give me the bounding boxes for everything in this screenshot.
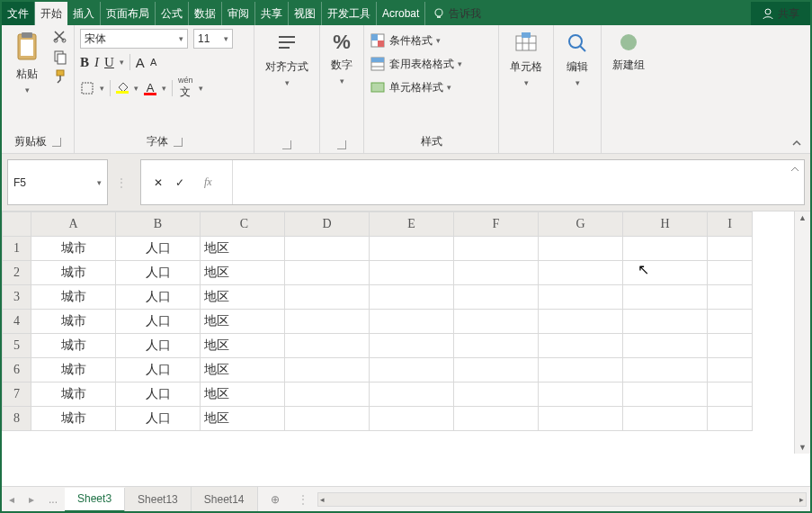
edit-button[interactable]: 编辑 ▾ xyxy=(559,29,595,89)
cell[interactable] xyxy=(370,261,454,285)
borders-button[interactable] xyxy=(80,81,94,95)
tab-file[interactable]: 文件 xyxy=(2,2,35,25)
cell[interactable] xyxy=(708,285,753,310)
cell[interactable] xyxy=(539,382,623,407)
cell[interactable]: 地区 xyxy=(201,358,285,382)
font-size-combo[interactable]: 11▾ xyxy=(193,29,233,49)
cell[interactable] xyxy=(623,261,708,285)
cell[interactable]: 城市 xyxy=(31,237,116,261)
cell[interactable]: 城市 xyxy=(31,285,116,310)
dialog-launcher-icon[interactable] xyxy=(174,138,183,147)
font-color-button[interactable]: A xyxy=(144,81,156,95)
formula-input[interactable]: ✕ ✓ fx xyxy=(140,159,805,205)
cell[interactable] xyxy=(285,358,370,382)
cell[interactable] xyxy=(454,261,539,285)
row-header[interactable]: 7 xyxy=(3,382,31,407)
row-header[interactable]: 8 xyxy=(3,407,31,431)
cell[interactable]: 地区 xyxy=(201,407,285,431)
cell[interactable] xyxy=(370,237,454,261)
scroll-down-icon[interactable]: ▼ xyxy=(797,441,808,454)
cell[interactable]: 城市 xyxy=(31,334,116,358)
dialog-launcher-icon[interactable] xyxy=(52,138,61,147)
cell[interactable] xyxy=(539,358,623,382)
cells-button[interactable]: 单元格 ▾ xyxy=(504,29,548,89)
tab-formula[interactable]: 公式 xyxy=(156,2,189,25)
cell[interactable]: 城市 xyxy=(31,310,116,334)
horizontal-scrollbar[interactable]: ◂ ▸ xyxy=(317,492,808,507)
tab-home[interactable]: 开始 xyxy=(35,2,67,25)
copy-button[interactable] xyxy=(52,49,68,65)
cell[interactable] xyxy=(708,358,753,382)
cell[interactable]: 地区 xyxy=(201,285,285,310)
cell[interactable] xyxy=(623,237,708,261)
accept-formula-button[interactable]: ✓ xyxy=(175,176,184,189)
cell[interactable] xyxy=(370,310,454,334)
scroll-right-icon[interactable]: ▸ xyxy=(798,493,806,506)
cell[interactable] xyxy=(708,407,753,431)
cell[interactable]: 地区 xyxy=(201,382,285,407)
new-group-button[interactable]: 新建组 xyxy=(607,29,650,75)
row-header[interactable]: 3 xyxy=(3,285,31,310)
cancel-formula-button[interactable]: ✕ xyxy=(154,176,163,189)
cell[interactable] xyxy=(370,285,454,310)
cell[interactable] xyxy=(454,407,539,431)
cell[interactable] xyxy=(285,382,370,407)
cell[interactable] xyxy=(454,285,539,310)
cell[interactable] xyxy=(708,310,753,334)
cell[interactable]: 人口 xyxy=(116,261,201,285)
row-header[interactable]: 2 xyxy=(3,261,31,285)
cell[interactable] xyxy=(285,261,370,285)
cut-button[interactable] xyxy=(52,29,68,45)
col-header-H[interactable]: H xyxy=(623,212,708,237)
cell[interactable]: 人口 xyxy=(116,358,201,382)
cell[interactable] xyxy=(623,334,708,358)
font-name-combo[interactable]: 宋体▾ xyxy=(80,29,188,49)
new-sheet-button[interactable]: ⊕ xyxy=(258,493,292,506)
tab-data[interactable]: 数据 xyxy=(189,2,222,25)
cell[interactable] xyxy=(370,358,454,382)
cell[interactable] xyxy=(708,261,753,285)
bold-button[interactable]: B xyxy=(80,55,89,70)
increase-font-button[interactable]: A xyxy=(136,55,145,70)
cell[interactable] xyxy=(454,382,539,407)
cell[interactable]: 人口 xyxy=(116,237,201,261)
tab-view[interactable]: 视图 xyxy=(289,2,322,25)
cell[interactable] xyxy=(285,407,370,431)
cell[interactable] xyxy=(623,407,708,431)
align-button[interactable]: 对齐方式 ▾ xyxy=(260,29,314,89)
cell[interactable]: 地区 xyxy=(201,310,285,334)
cell[interactable] xyxy=(370,407,454,431)
format-painter-button[interactable] xyxy=(52,68,68,85)
cell[interactable] xyxy=(623,285,708,310)
dialog-launcher-icon[interactable] xyxy=(282,140,291,149)
cell[interactable] xyxy=(285,285,370,310)
tab-page-layout[interactable]: 页面布局 xyxy=(101,2,156,25)
expand-formula-button[interactable] xyxy=(790,164,800,175)
cell[interactable] xyxy=(285,310,370,334)
table-format-button[interactable]: 套用表格格式 ▾ xyxy=(370,52,462,76)
cell[interactable] xyxy=(539,310,623,334)
col-header-A[interactable]: A xyxy=(31,212,116,237)
scroll-up-icon[interactable]: ▲ xyxy=(797,212,808,224)
cell[interactable]: 城市 xyxy=(31,261,116,285)
cell[interactable] xyxy=(539,334,623,358)
cell[interactable] xyxy=(285,334,370,358)
tab-share[interactable]: 共享 xyxy=(255,2,289,25)
scroll-left-icon[interactable]: ◂ xyxy=(318,493,326,506)
sheet-tab-3[interactable]: Sheet14 xyxy=(192,487,258,511)
col-header-E[interactable]: E xyxy=(370,212,454,237)
cell[interactable] xyxy=(454,310,539,334)
cell[interactable] xyxy=(708,237,753,261)
paste-button[interactable]: 粘贴 ▾ xyxy=(7,29,47,96)
col-header-I[interactable]: I xyxy=(708,212,753,237)
italic-button[interactable]: I xyxy=(94,55,99,70)
tab-insert[interactable]: 插入 xyxy=(67,2,101,25)
cell[interactable] xyxy=(454,237,539,261)
cell[interactable]: 人口 xyxy=(116,407,201,431)
cell[interactable] xyxy=(454,358,539,382)
underline-button[interactable]: U xyxy=(104,55,114,70)
col-header-B[interactable]: B xyxy=(116,212,201,237)
tab-review[interactable]: 审阅 xyxy=(222,2,255,25)
formula-dots[interactable]: ⋮ xyxy=(108,154,135,211)
col-header-D[interactable]: D xyxy=(285,212,370,237)
